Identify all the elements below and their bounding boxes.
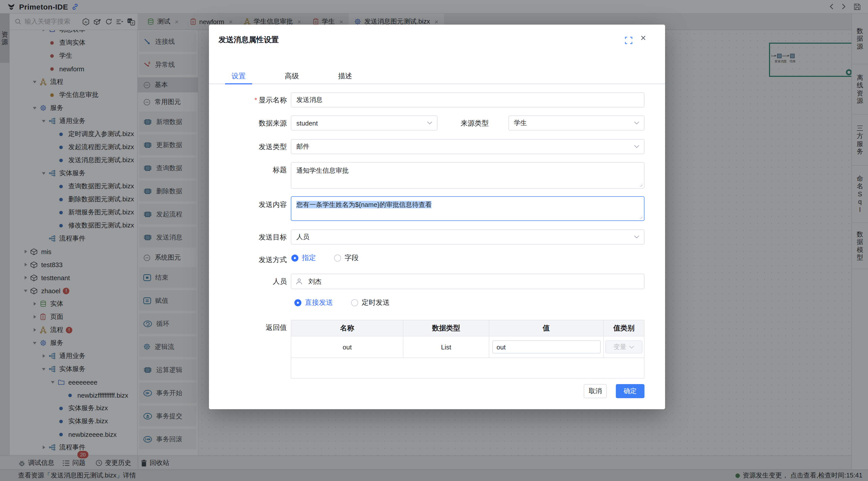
send-type-label: 发送类型 [209, 142, 287, 152]
send-message-properties-dialog: 发送消息属性设置 × 设置 高级 描述 *显示名称 数据来源 student 来… [209, 25, 665, 409]
return-value-label: 返回值 [209, 323, 287, 332]
source-type-select[interactable]: 学生 [508, 116, 645, 131]
display-name-input[interactable] [291, 92, 645, 107]
target-select[interactable]: 人员 [291, 229, 645, 245]
radio-off-icon[interactable] [334, 255, 341, 262]
table-header-cell: 值 [489, 320, 604, 336]
tab-settings[interactable]: 设置 [231, 69, 246, 83]
table-row: outList变量 [291, 336, 644, 358]
send-type-select[interactable]: 邮件 [291, 139, 645, 154]
ok-button[interactable]: 确定 [616, 384, 645, 398]
content-textarea[interactable]: 您有一条学生姓名为${name}的审批信息待查看 [291, 196, 645, 221]
table-header-cell: 数据类型 [404, 320, 489, 336]
dialog-title: 发送消息属性设置 [218, 35, 279, 45]
chevron-down-icon [634, 145, 640, 148]
display-name-label: *显示名称 [209, 96, 287, 105]
resize-grip[interactable] [639, 183, 643, 187]
send-mode-radio-group: 指定 字段 [291, 254, 359, 263]
selected-text: 您有一条学生姓名为${name}的审批信息待查看 [297, 201, 432, 209]
radio-on-icon[interactable] [291, 255, 299, 262]
radio-label[interactable]: 指定 [302, 254, 316, 263]
person-icon [296, 278, 303, 285]
send-mode-label: 发送方式 [209, 256, 287, 265]
cell-data-type: List [404, 336, 489, 357]
close-icon[interactable]: × [641, 33, 646, 43]
person-label: 人员 [209, 277, 287, 286]
cell-value [489, 336, 604, 357]
cancel-button[interactable]: 取消 [584, 384, 607, 398]
timing-radio-group: 直接发送 定时发送 [294, 298, 390, 307]
chevron-down-icon [634, 235, 640, 239]
app-window: Primeton-IDE 资源 输入关键字搜索 AIEn文 测试×newform… [0, 0, 868, 481]
table-header-cell: 名称 [291, 320, 404, 336]
required-star: * [254, 96, 257, 104]
table-header-row: 名称数据类型值值类别 [291, 320, 644, 336]
radio-label[interactable]: 字段 [345, 254, 359, 263]
cell-value-category: 变量 [604, 336, 644, 357]
subject-label: 标题 [209, 166, 287, 175]
target-label: 发送目标 [209, 233, 287, 242]
data-source-label: 数据来源 [209, 119, 287, 128]
subject-textarea[interactable]: 通知学生信息审批 [291, 162, 645, 189]
tab-description[interactable]: 描述 [338, 69, 352, 83]
chevron-down-icon [629, 345, 634, 349]
fullscreen-icon[interactable] [625, 37, 632, 44]
value-category-select[interactable]: 变量 [605, 341, 643, 353]
radio-off-icon[interactable] [351, 299, 358, 306]
dialog-tabs: 设置 高级 描述 [209, 69, 665, 84]
cell-name: out [291, 336, 404, 357]
data-source-select[interactable]: student [291, 116, 437, 131]
resize-grip[interactable] [639, 215, 643, 219]
table-header-cell: 值类别 [604, 320, 644, 336]
chevron-down-icon [634, 121, 640, 125]
table-empty-area [291, 358, 644, 378]
value-input[interactable] [492, 341, 600, 353]
tab-advanced[interactable]: 高级 [285, 69, 299, 83]
return-value-table: 名称数据类型值值类别outList变量 [291, 320, 645, 379]
radio-label[interactable]: 定时发送 [362, 298, 390, 307]
person-input[interactable] [291, 274, 645, 289]
content-label: 发送内容 [209, 200, 287, 210]
radio-label[interactable]: 直接发送 [305, 298, 333, 307]
source-type-label: 来源类型 [429, 119, 489, 128]
radio-on-icon[interactable] [294, 299, 301, 306]
